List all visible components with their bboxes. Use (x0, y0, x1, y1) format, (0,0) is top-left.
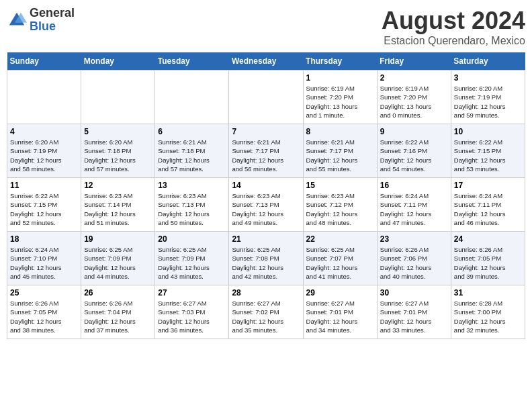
title-area: August 2024 Estacion Querendaro, Mexico (382, 7, 525, 47)
day-info: Sunrise: 6:27 AM Sunset: 7:03 PM Dayligh… (158, 299, 226, 334)
day-number: 29 (306, 288, 374, 298)
day-info: Sunrise: 6:26 AM Sunset: 7:06 PM Dayligh… (380, 245, 448, 281)
calendar-cell (81, 71, 155, 124)
calendar-table: SundayMondayTuesdayWednesdayThursdayFrid… (7, 52, 525, 339)
calendar-week-5: 25Sunrise: 6:26 AM Sunset: 7:05 PM Dayli… (7, 285, 525, 339)
day-info: Sunrise: 6:25 AM Sunset: 7:09 PM Dayligh… (158, 245, 226, 281)
logo-blue-text: Blue (30, 20, 75, 34)
day-number: 30 (380, 288, 448, 298)
day-number: 18 (10, 234, 78, 244)
day-info: Sunrise: 6:23 AM Sunset: 7:13 PM Dayligh… (232, 191, 300, 227)
day-number: 25 (10, 288, 78, 298)
day-header-thursday: Thursday (303, 52, 377, 71)
day-header-friday: Friday (377, 52, 451, 71)
day-number: 23 (380, 234, 448, 244)
day-number: 31 (454, 288, 522, 298)
day-number: 15 (306, 181, 374, 190)
day-info: Sunrise: 6:24 AM Sunset: 7:11 PM Dayligh… (454, 191, 522, 227)
day-number: 1 (306, 73, 374, 83)
day-number: 8 (306, 127, 374, 136)
calendar-cell: 13Sunrise: 6:23 AM Sunset: 7:13 PM Dayli… (155, 178, 229, 232)
day-info: Sunrise: 6:22 AM Sunset: 7:16 PM Dayligh… (380, 138, 448, 173)
calendar-body: 1Sunrise: 6:19 AM Sunset: 7:20 PM Daylig… (7, 71, 525, 339)
day-number: 13 (158, 181, 226, 190)
header: General Blue August 2024 Estacion Queren… (7, 7, 525, 47)
day-number: 20 (158, 234, 226, 244)
calendar-cell: 20Sunrise: 6:25 AM Sunset: 7:09 PM Dayli… (155, 232, 229, 285)
logo-icon (7, 10, 27, 30)
calendar-cell: 24Sunrise: 6:26 AM Sunset: 7:05 PM Dayli… (451, 232, 525, 285)
day-number: 21 (232, 234, 300, 244)
day-info: Sunrise: 6:27 AM Sunset: 7:01 PM Dayligh… (380, 299, 448, 334)
calendar-cell: 3Sunrise: 6:20 AM Sunset: 7:19 PM Daylig… (451, 71, 525, 124)
calendar-cell: 4Sunrise: 6:20 AM Sunset: 7:19 PM Daylig… (7, 124, 81, 178)
main-title: August 2024 (382, 7, 525, 35)
day-number: 26 (84, 288, 152, 298)
calendar-cell: 14Sunrise: 6:23 AM Sunset: 7:13 PM Dayli… (229, 178, 303, 232)
calendar-cell (7, 71, 81, 124)
day-number: 19 (84, 234, 152, 244)
calendar-cell: 29Sunrise: 6:27 AM Sunset: 7:01 PM Dayli… (303, 285, 377, 339)
day-number: 22 (306, 234, 374, 244)
day-info: Sunrise: 6:20 AM Sunset: 7:19 PM Dayligh… (10, 138, 78, 173)
day-info: Sunrise: 6:24 AM Sunset: 7:10 PM Dayligh… (10, 245, 78, 281)
day-info: Sunrise: 6:21 AM Sunset: 7:18 PM Dayligh… (158, 138, 226, 173)
day-header-tuesday: Tuesday (155, 52, 229, 71)
calendar-cell (229, 71, 303, 124)
calendar-week-2: 4Sunrise: 6:20 AM Sunset: 7:19 PM Daylig… (7, 124, 525, 178)
day-number: 16 (380, 181, 448, 190)
calendar-cell: 16Sunrise: 6:24 AM Sunset: 7:11 PM Dayli… (377, 178, 451, 232)
calendar-cell: 10Sunrise: 6:22 AM Sunset: 7:15 PM Dayli… (451, 124, 525, 178)
calendar-cell: 18Sunrise: 6:24 AM Sunset: 7:10 PM Dayli… (7, 232, 81, 285)
day-info: Sunrise: 6:25 AM Sunset: 7:08 PM Dayligh… (232, 245, 300, 281)
calendar-cell: 26Sunrise: 6:26 AM Sunset: 7:04 PM Dayli… (81, 285, 155, 339)
day-info: Sunrise: 6:21 AM Sunset: 7:17 PM Dayligh… (232, 138, 300, 173)
day-header-saturday: Saturday (451, 52, 525, 71)
calendar-cell: 30Sunrise: 6:27 AM Sunset: 7:01 PM Dayli… (377, 285, 451, 339)
logo: General Blue (7, 7, 75, 34)
day-number: 14 (232, 181, 300, 190)
logo-text: General Blue (30, 7, 75, 34)
day-info: Sunrise: 6:19 AM Sunset: 7:20 PM Dayligh… (306, 84, 374, 120)
calendar-cell: 27Sunrise: 6:27 AM Sunset: 7:03 PM Dayli… (155, 285, 229, 339)
day-number: 3 (454, 73, 522, 83)
calendar-week-1: 1Sunrise: 6:19 AM Sunset: 7:20 PM Daylig… (7, 71, 525, 124)
day-number: 7 (232, 127, 300, 136)
day-number: 24 (454, 234, 522, 244)
day-info: Sunrise: 6:23 AM Sunset: 7:12 PM Dayligh… (306, 191, 374, 227)
subtitle: Estacion Querendaro, Mexico (382, 35, 525, 47)
calendar-cell: 7Sunrise: 6:21 AM Sunset: 7:17 PM Daylig… (229, 124, 303, 178)
calendar-cell: 5Sunrise: 6:20 AM Sunset: 7:18 PM Daylig… (81, 124, 155, 178)
calendar-cell: 1Sunrise: 6:19 AM Sunset: 7:20 PM Daylig… (303, 71, 377, 124)
day-info: Sunrise: 6:21 AM Sunset: 7:17 PM Dayligh… (306, 138, 374, 173)
calendar-cell: 12Sunrise: 6:23 AM Sunset: 7:14 PM Dayli… (81, 178, 155, 232)
calendar-header: SundayMondayTuesdayWednesdayThursdayFrid… (7, 52, 525, 71)
day-number: 10 (454, 127, 522, 136)
calendar-week-4: 18Sunrise: 6:24 AM Sunset: 7:10 PM Dayli… (7, 232, 525, 285)
calendar-cell: 8Sunrise: 6:21 AM Sunset: 7:17 PM Daylig… (303, 124, 377, 178)
calendar-cell: 2Sunrise: 6:19 AM Sunset: 7:20 PM Daylig… (377, 71, 451, 124)
calendar-cell: 21Sunrise: 6:25 AM Sunset: 7:08 PM Dayli… (229, 232, 303, 285)
day-info: Sunrise: 6:27 AM Sunset: 7:01 PM Dayligh… (306, 299, 374, 334)
day-number: 9 (380, 127, 448, 136)
day-number: 6 (158, 127, 226, 136)
calendar-cell: 28Sunrise: 6:27 AM Sunset: 7:02 PM Dayli… (229, 285, 303, 339)
day-info: Sunrise: 6:26 AM Sunset: 7:05 PM Dayligh… (454, 245, 522, 281)
day-number: 12 (84, 181, 152, 190)
day-info: Sunrise: 6:22 AM Sunset: 7:15 PM Dayligh… (10, 191, 78, 227)
day-info: Sunrise: 6:20 AM Sunset: 7:18 PM Dayligh… (84, 138, 152, 173)
day-number: 2 (380, 73, 448, 83)
day-info: Sunrise: 6:26 AM Sunset: 7:05 PM Dayligh… (10, 299, 78, 334)
day-header-wednesday: Wednesday (229, 52, 303, 71)
day-info: Sunrise: 6:28 AM Sunset: 7:00 PM Dayligh… (454, 299, 522, 334)
day-info: Sunrise: 6:22 AM Sunset: 7:15 PM Dayligh… (454, 138, 522, 173)
calendar-cell: 25Sunrise: 6:26 AM Sunset: 7:05 PM Dayli… (7, 285, 81, 339)
day-info: Sunrise: 6:23 AM Sunset: 7:13 PM Dayligh… (158, 191, 226, 227)
day-info: Sunrise: 6:23 AM Sunset: 7:14 PM Dayligh… (84, 191, 152, 227)
day-info: Sunrise: 6:24 AM Sunset: 7:11 PM Dayligh… (380, 191, 448, 227)
calendar-cell: 19Sunrise: 6:25 AM Sunset: 7:09 PM Dayli… (81, 232, 155, 285)
day-number: 27 (158, 288, 226, 298)
calendar-cell: 23Sunrise: 6:26 AM Sunset: 7:06 PM Dayli… (377, 232, 451, 285)
day-number: 5 (84, 127, 152, 136)
day-info: Sunrise: 6:27 AM Sunset: 7:02 PM Dayligh… (232, 299, 300, 334)
